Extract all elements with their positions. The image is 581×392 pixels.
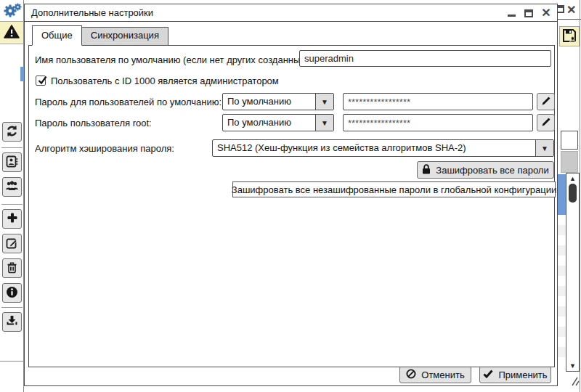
encrypt-all-button[interactable]: Зашифровать все пароли (417, 161, 554, 179)
add-button[interactable] (2, 209, 22, 229)
dialog-titlebar[interactable]: Дополнительные настройки ✕ (25, 4, 557, 22)
root-password-label: Пароль пользователя root: (35, 118, 152, 128)
background-divider (0, 361, 24, 362)
edit-default-password-button[interactable] (537, 93, 555, 110)
checkmark-icon (37, 75, 48, 86)
default-password-mode-select[interactable]: По умолчанию ▼ (222, 93, 334, 110)
background-scrollbar[interactable]: ▲ ▼ (566, 173, 580, 372)
selected-option: SHA512 (Хеш-функция из семейства алгорит… (213, 140, 535, 156)
user-card-button[interactable] (2, 152, 22, 172)
resize-grip[interactable] (568, 376, 580, 386)
background-table-rows-fragment (558, 215, 566, 364)
lock-icon (422, 164, 431, 176)
screen: ✕ ▲ ▼ (0, 0, 581, 392)
chevron-down-icon[interactable]: ▼ (535, 140, 553, 156)
users-group-icon (5, 180, 19, 194)
cancel-icon (406, 369, 416, 381)
minimize-button[interactable] (506, 8, 516, 18)
chevron-down-icon[interactable]: ▼ (315, 94, 333, 110)
download-button[interactable] (2, 312, 22, 332)
settings-gears-icon (2, 1, 23, 20)
admin-checkbox-label: Пользователь с ID 1000 является админист… (51, 75, 279, 86)
users-group-button[interactable] (2, 177, 22, 197)
scroll-down-icon[interactable]: ▼ (566, 362, 579, 369)
encrypt-hint-text: Зашифровать все незашифрованные пароли в… (232, 184, 556, 195)
toolbar-separator (1, 204, 23, 205)
trash-icon (7, 261, 17, 276)
pencil-icon (541, 117, 551, 129)
edit-icon (6, 237, 18, 251)
apply-label: Применить (498, 369, 547, 380)
background-titlebar-line (558, 19, 581, 20)
background-field-fragment (561, 131, 578, 150)
username-input[interactable] (299, 50, 551, 67)
delete-button[interactable] (2, 258, 22, 278)
background-right-strip: ✕ ▲ ▼ (558, 0, 581, 392)
background-close-button[interactable]: ✕ (566, 3, 576, 17)
dialog-footer: Отменить Применить (399, 366, 551, 383)
root-password-input[interactable] (343, 114, 533, 131)
dialog-title: Дополнительные настройки (25, 7, 153, 18)
cancel-label: Отменить (421, 369, 464, 380)
scrollbar-thumb[interactable] (569, 184, 577, 203)
toolbar-separator (1, 147, 23, 148)
save-user-icon (561, 28, 577, 46)
minimize-icon (508, 15, 516, 17)
address-book-icon (6, 155, 18, 170)
check-icon (483, 369, 493, 380)
background-table-header-fragment (561, 151, 578, 173)
info-button[interactable] (2, 283, 22, 303)
close-icon: ✕ (541, 8, 550, 18)
chevron-down-icon[interactable]: ▼ (315, 115, 333, 131)
apply-button[interactable]: Применить (479, 366, 551, 383)
scroll-up-icon[interactable]: ▲ (566, 175, 579, 182)
edit-button[interactable] (2, 234, 22, 253)
admin-checkbox[interactable] (36, 75, 46, 86)
edit-root-password-button[interactable] (537, 114, 555, 131)
maximize-icon (524, 9, 533, 17)
close-button[interactable]: ✕ (541, 8, 551, 18)
default-password-input[interactable] (343, 93, 533, 110)
toolbar-separator (1, 307, 23, 308)
maximize-button[interactable] (524, 8, 534, 18)
background-selected-row-fragment (558, 174, 566, 215)
default-password-label: Пароль для пользователей по умолчанию: (35, 97, 222, 107)
background-sidebar (0, 0, 24, 392)
settings-dialog: Дополнительные настройки ✕ Общие Синхрон… (24, 4, 558, 386)
hash-algorithm-label: Алгоритм хэширования пароля: (35, 143, 174, 154)
refresh-button[interactable] (2, 122, 22, 142)
selected-option: По умолчанию (223, 94, 315, 110)
plus-icon (7, 212, 18, 226)
tab-synchronization[interactable]: Синхронизация (81, 27, 168, 46)
tab-panel-general: Имя пользователя по умолчанию (если нет … (28, 45, 555, 367)
refresh-icon (6, 125, 18, 139)
tab-general[interactable]: Общие (32, 25, 82, 46)
username-label: Имя пользователя по умолчанию (если нет … (35, 54, 311, 65)
download-icon (6, 315, 18, 329)
info-icon (6, 286, 18, 301)
warning-icon (4, 25, 20, 41)
hash-algorithm-select[interactable]: SHA512 (Хеш-функция из семейства алгорит… (212, 139, 554, 157)
cancel-button[interactable]: Отменить (399, 366, 471, 383)
pencil-icon (541, 96, 551, 108)
selected-option: По умолчанию (223, 115, 315, 131)
warning-button[interactable] (0, 21, 23, 44)
encrypt-hint-box: Зашифровать все незашифрованные пароли в… (232, 181, 556, 197)
encrypt-all-label: Зашифровать все пароли (436, 165, 548, 176)
tab-bar: Общие Синхронизация (32, 25, 168, 46)
root-password-mode-select[interactable]: По умолчанию ▼ (222, 114, 334, 131)
background-window-edge (580, 0, 580, 392)
save-button[interactable] (559, 26, 580, 46)
